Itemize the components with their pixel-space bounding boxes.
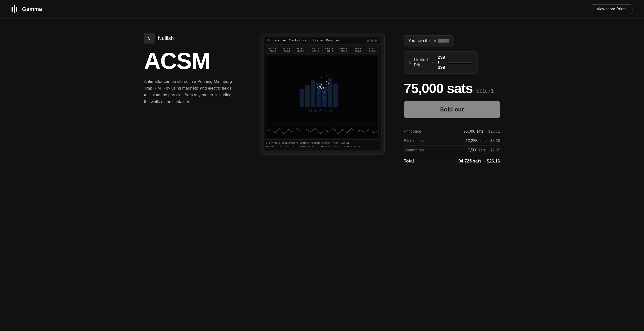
price-usd: $20.71 (476, 88, 494, 94)
svg-point-45 (320, 86, 321, 87)
ownership-badge: You own this ██████ (404, 35, 454, 47)
svg-point-16 (319, 90, 320, 90)
svg-point-59 (314, 82, 314, 83)
svg-point-69 (313, 80, 314, 80)
artwork-frame: Antimatter Containment System Monitor +0… (260, 33, 385, 155)
artist-initial: 9 (148, 36, 150, 41)
window-dot-1 (367, 40, 369, 42)
fee-row-bitcoin-fees: Bitcoin fees 12,225 sats • $3.38 (404, 136, 500, 146)
artist-avatar: 9 (144, 33, 155, 44)
svg-text:BEATS: BEATS (308, 107, 334, 113)
svg-point-26 (325, 95, 326, 95)
total-label: Total (404, 159, 414, 164)
svg-point-56 (332, 82, 332, 82)
right-column: You own this ██████ Limited Print • 299 … (404, 33, 500, 164)
sold-out-button: Sold out (404, 101, 500, 118)
svg-rect-1 (14, 5, 15, 13)
window-controls (367, 40, 377, 42)
particle-area: BEATS (266, 56, 379, 123)
total-dot: • (484, 159, 485, 163)
svg-point-18 (317, 87, 318, 88)
svg-point-36 (331, 85, 332, 86)
window-dot-3 (374, 40, 377, 42)
print-price-sats: 75,000 sats (464, 129, 484, 134)
ownership-id: ██████ (438, 39, 450, 43)
svg-point-12 (323, 84, 323, 84)
logo-text: Gamma (22, 6, 42, 12)
gamma-fee-label: Gamma fee (404, 148, 424, 152)
data-cell-4: -039.8-028.8 (308, 47, 322, 54)
print-price-label: Print price (404, 129, 421, 134)
svg-point-35 (322, 77, 322, 78)
svg-point-53 (321, 84, 322, 85)
svg-point-60 (323, 78, 323, 78)
data-cell-7: -059.8-028.8 (351, 47, 364, 54)
svg-rect-8 (328, 78, 332, 107)
left-column: 9 Nullish ACSM Antimatter can be stored … (144, 33, 240, 105)
svg-point-66 (335, 84, 335, 85)
monitor-title: Antimatter Containment System Monitor (268, 39, 340, 42)
data-cell-2: +018.8-028.8 (280, 47, 294, 54)
print-price-dot: • (485, 130, 486, 133)
bitcoin-fees-values: 12,225 sats • $3.38 (466, 139, 500, 143)
artwork-container: Antimatter Containment System Monitor +0… (260, 33, 385, 155)
svg-point-68 (330, 96, 330, 97)
svg-rect-5 (311, 80, 316, 107)
price-section: 75,000 sats $20.71 (404, 80, 500, 96)
print-price-usd: $20.71 (488, 129, 500, 134)
svg-point-30 (322, 96, 322, 97)
total-usd: $26.16 (487, 159, 500, 164)
svg-point-17 (326, 85, 327, 85)
total-values: 94,725 sats • $26.16 (458, 159, 500, 164)
status-line-1: ▶ PARTICLE CONTAINMENT: NOMINAL (WITHIN … (266, 142, 378, 145)
monitor-title-bar: Antimatter Containment System Monitor (264, 37, 380, 45)
window-dot-2 (370, 40, 373, 42)
main-content: 9 Nullish ACSM Antimatter can be stored … (58, 19, 587, 178)
svg-point-27 (318, 92, 319, 93)
status-line-2: ▶ CURRENT P.M.T. STATE: MAGNETIC FIELD S… (266, 145, 378, 148)
data-cell-8: -036.8-018.3 (365, 47, 379, 54)
svg-point-63 (310, 87, 311, 87)
svg-rect-74 (409, 62, 410, 63)
bitcoin-fees-label: Bitcoin fees (404, 139, 424, 143)
svg-point-39 (318, 95, 318, 96)
svg-point-22 (316, 89, 316, 89)
progress-bar-fill (448, 63, 473, 63)
fee-row-gamma-fee: Gamma fee 7,500 sats • $2.07 (404, 146, 500, 155)
svg-point-14 (325, 89, 326, 89)
svg-point-62 (333, 87, 334, 87)
print-icon (408, 59, 411, 66)
bitcoin-fees-dot: • (488, 139, 488, 143)
print-count: 299 / 299 (438, 55, 445, 70)
print-badge: Limited Print • 299 / 299 (404, 51, 478, 74)
svg-rect-73 (409, 62, 410, 62)
view-more-prints-button[interactable]: View more Prints (591, 4, 632, 14)
data-cell-1: +018.8+038.8 (266, 47, 279, 54)
svg-point-31 (320, 82, 320, 82)
svg-point-40 (326, 77, 326, 77)
svg-rect-0 (12, 7, 13, 12)
waveform-area (266, 124, 379, 138)
svg-point-44 (323, 87, 324, 88)
svg-point-46 (324, 86, 324, 87)
fee-breakdown: Print price 75,000 sats • $20.71 Bitcoin… (404, 127, 500, 164)
ownership-dot (434, 40, 436, 42)
total-row: Total 94,725 sats • $26.16 (404, 155, 500, 164)
data-cell-3: +038.8+088.9 (294, 47, 308, 54)
bitcoin-fees-sats: 12,225 sats (466, 139, 486, 143)
svg-point-38 (324, 97, 324, 98)
svg-rect-6 (316, 83, 321, 107)
svg-rect-3 (300, 89, 304, 107)
ownership-text: You own this (408, 39, 432, 43)
svg-point-67 (309, 90, 309, 90)
svg-point-32 (326, 81, 327, 82)
svg-point-55 (318, 88, 319, 89)
price-sats: 75,000 sats (404, 81, 473, 96)
svg-point-57 (312, 91, 312, 92)
svg-point-58 (330, 93, 330, 94)
artist-row: 9 Nullish (144, 33, 240, 44)
svg-point-71 (317, 98, 317, 98)
svg-point-29 (316, 84, 316, 84)
svg-point-61 (318, 97, 319, 98)
svg-point-34 (314, 89, 314, 90)
